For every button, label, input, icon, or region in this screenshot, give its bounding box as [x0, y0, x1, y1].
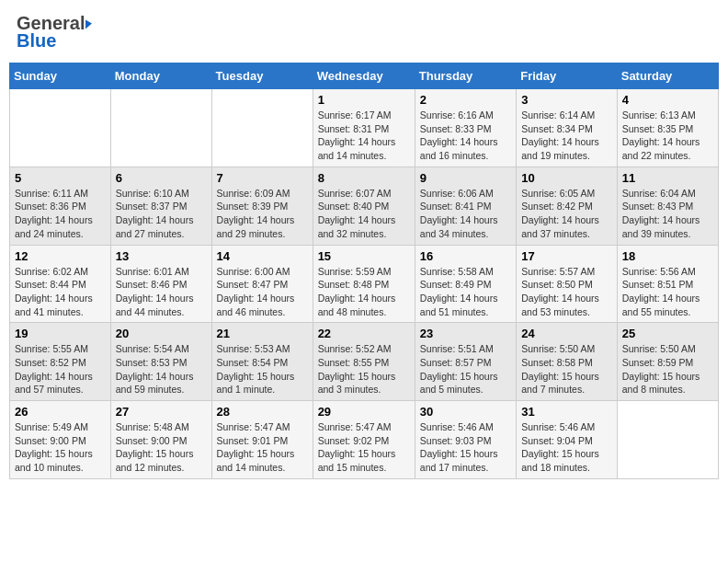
day-info: Sunrise: 5:57 AM Sunset: 8:50 PM Dayligh… — [521, 265, 612, 319]
header-saturday: Saturday — [617, 63, 718, 89]
day-number: 21 — [217, 327, 308, 340]
day-info: Sunrise: 5:52 AM Sunset: 8:55 PM Dayligh… — [318, 342, 410, 396]
calendar-day-8: 8Sunrise: 6:07 AM Sunset: 8:40 PM Daylig… — [313, 167, 415, 245]
day-info: Sunrise: 5:53 AM Sunset: 8:54 PM Dayligh… — [217, 342, 308, 396]
day-info: Sunrise: 6:16 AM Sunset: 8:33 PM Dayligh… — [420, 109, 511, 163]
day-info: Sunrise: 6:06 AM Sunset: 8:41 PM Dayligh… — [420, 187, 511, 241]
day-info: Sunrise: 5:49 AM Sunset: 9:00 PM Dayligh… — [15, 420, 106, 475]
day-info: Sunrise: 5:58 AM Sunset: 8:49 PM Dayligh… — [420, 265, 511, 319]
day-number: 19 — [15, 327, 106, 340]
calendar-empty-cell — [110, 89, 211, 167]
day-number: 5 — [15, 171, 106, 185]
day-number: 20 — [116, 327, 207, 340]
day-number: 9 — [420, 171, 511, 185]
calendar-day-4: 4Sunrise: 6:13 AM Sunset: 8:35 PM Daylig… — [617, 89, 718, 167]
calendar-empty-cell — [10, 89, 111, 167]
day-number: 14 — [217, 249, 308, 263]
calendar-day-5: 5Sunrise: 6:11 AM Sunset: 8:36 PM Daylig… — [10, 167, 111, 245]
day-info: Sunrise: 6:05 AM Sunset: 8:42 PM Dayligh… — [521, 187, 612, 241]
day-number: 7 — [217, 171, 308, 185]
day-number: 16 — [420, 249, 511, 263]
day-number: 27 — [116, 405, 207, 419]
day-info: Sunrise: 6:01 AM Sunset: 8:46 PM Dayligh… — [116, 265, 207, 319]
day-number: 1 — [318, 93, 410, 107]
calendar-day-1: 1Sunrise: 6:17 AM Sunset: 8:31 PM Daylig… — [313, 89, 415, 167]
calendar-day-15: 15Sunrise: 5:59 AM Sunset: 8:48 PM Dayli… — [313, 245, 415, 323]
day-info: Sunrise: 6:07 AM Sunset: 8:40 PM Dayligh… — [318, 187, 410, 241]
day-info: Sunrise: 6:13 AM Sunset: 8:35 PM Dayligh… — [622, 109, 713, 163]
calendar-week-row: 26Sunrise: 5:49 AM Sunset: 9:00 PM Dayli… — [10, 401, 719, 479]
day-info: Sunrise: 5:47 AM Sunset: 9:01 PM Dayligh… — [217, 420, 308, 475]
day-info: Sunrise: 6:00 AM Sunset: 8:47 PM Dayligh… — [217, 265, 308, 319]
calendar-day-16: 16Sunrise: 5:58 AM Sunset: 8:49 PM Dayli… — [415, 245, 516, 323]
calendar-day-2: 2Sunrise: 6:16 AM Sunset: 8:33 PM Daylig… — [415, 89, 516, 167]
day-number: 6 — [116, 171, 207, 185]
logo: General Blue — [17, 13, 93, 52]
calendar-day-20: 20Sunrise: 5:54 AM Sunset: 8:53 PM Dayli… — [110, 323, 211, 401]
day-number: 25 — [622, 327, 713, 340]
calendar-header-row: SundayMondayTuesdayWednesdayThursdayFrid… — [10, 63, 719, 89]
calendar-day-24: 24Sunrise: 5:50 AM Sunset: 8:58 PM Dayli… — [517, 323, 618, 401]
calendar-day-9: 9Sunrise: 6:06 AM Sunset: 8:41 PM Daylig… — [415, 167, 516, 245]
calendar-day-28: 28Sunrise: 5:47 AM Sunset: 9:01 PM Dayli… — [211, 401, 313, 479]
day-number: 23 — [420, 327, 511, 340]
calendar-day-31: 31Sunrise: 5:46 AM Sunset: 9:04 PM Dayli… — [517, 401, 618, 479]
day-number: 29 — [318, 405, 410, 419]
day-info: Sunrise: 6:17 AM Sunset: 8:31 PM Dayligh… — [318, 109, 410, 163]
day-number: 31 — [521, 405, 612, 419]
calendar-day-29: 29Sunrise: 5:47 AM Sunset: 9:02 PM Dayli… — [313, 401, 415, 479]
calendar-day-27: 27Sunrise: 5:48 AM Sunset: 9:00 PM Dayli… — [110, 401, 211, 479]
logo-triangle-icon — [85, 18, 92, 29]
calendar-day-26: 26Sunrise: 5:49 AM Sunset: 9:00 PM Dayli… — [10, 401, 111, 479]
day-info: Sunrise: 5:48 AM Sunset: 9:00 PM Dayligh… — [116, 420, 207, 475]
day-info: Sunrise: 5:51 AM Sunset: 8:57 PM Dayligh… — [420, 342, 511, 396]
day-number: 3 — [521, 93, 612, 107]
calendar-week-row: 1Sunrise: 6:17 AM Sunset: 8:31 PM Daylig… — [10, 89, 719, 167]
calendar-table: SundayMondayTuesdayWednesdayThursdayFrid… — [9, 63, 719, 479]
day-number: 30 — [420, 405, 511, 419]
day-number: 4 — [622, 93, 713, 107]
logo-text-blue: Blue — [17, 30, 56, 52]
day-info: Sunrise: 5:47 AM Sunset: 9:02 PM Dayligh… — [318, 420, 410, 475]
calendar-day-23: 23Sunrise: 5:51 AM Sunset: 8:57 PM Dayli… — [415, 323, 516, 401]
calendar-day-17: 17Sunrise: 5:57 AM Sunset: 8:50 PM Dayli… — [517, 245, 618, 323]
day-number: 12 — [15, 249, 106, 263]
calendar-day-3: 3Sunrise: 6:14 AM Sunset: 8:34 PM Daylig… — [517, 89, 618, 167]
day-number: 24 — [521, 327, 612, 340]
day-info: Sunrise: 5:46 AM Sunset: 9:03 PM Dayligh… — [420, 420, 511, 475]
day-number: 17 — [521, 249, 612, 263]
day-number: 13 — [116, 249, 207, 263]
day-info: Sunrise: 6:09 AM Sunset: 8:39 PM Dayligh… — [217, 187, 308, 241]
day-info: Sunrise: 5:54 AM Sunset: 8:53 PM Dayligh… — [116, 342, 207, 396]
day-number: 28 — [217, 405, 308, 419]
header-wednesday: Wednesday — [313, 63, 415, 89]
day-info: Sunrise: 5:50 AM Sunset: 8:58 PM Dayligh… — [521, 342, 612, 396]
day-info: Sunrise: 5:59 AM Sunset: 8:48 PM Dayligh… — [318, 265, 410, 319]
calendar-day-18: 18Sunrise: 5:56 AM Sunset: 8:51 PM Dayli… — [617, 245, 718, 323]
day-number: 10 — [521, 171, 612, 185]
day-info: Sunrise: 5:55 AM Sunset: 8:52 PM Dayligh… — [15, 342, 106, 396]
calendar-day-10: 10Sunrise: 6:05 AM Sunset: 8:42 PM Dayli… — [517, 167, 618, 245]
day-info: Sunrise: 6:02 AM Sunset: 8:44 PM Dayligh… — [15, 265, 106, 319]
day-info: Sunrise: 5:50 AM Sunset: 8:59 PM Dayligh… — [622, 342, 713, 396]
calendar-empty-cell — [211, 89, 313, 167]
day-number: 26 — [15, 405, 106, 419]
calendar-day-21: 21Sunrise: 5:53 AM Sunset: 8:54 PM Dayli… — [211, 323, 313, 401]
day-info: Sunrise: 5:46 AM Sunset: 9:04 PM Dayligh… — [521, 420, 612, 475]
day-info: Sunrise: 6:11 AM Sunset: 8:36 PM Dayligh… — [15, 187, 106, 241]
calendar-week-row: 19Sunrise: 5:55 AM Sunset: 8:52 PM Dayli… — [10, 323, 719, 401]
day-number: 8 — [318, 171, 410, 185]
calendar-day-11: 11Sunrise: 6:04 AM Sunset: 8:43 PM Dayli… — [617, 167, 718, 245]
header-monday: Monday — [110, 63, 211, 89]
calendar-week-row: 5Sunrise: 6:11 AM Sunset: 8:36 PM Daylig… — [10, 167, 719, 245]
calendar-empty-cell — [617, 401, 718, 479]
calendar-day-25: 25Sunrise: 5:50 AM Sunset: 8:59 PM Dayli… — [617, 323, 718, 401]
calendar-day-22: 22Sunrise: 5:52 AM Sunset: 8:55 PM Dayli… — [313, 323, 415, 401]
calendar-day-13: 13Sunrise: 6:01 AM Sunset: 8:46 PM Dayli… — [110, 245, 211, 323]
day-number: 15 — [318, 249, 410, 263]
calendar-day-6: 6Sunrise: 6:10 AM Sunset: 8:37 PM Daylig… — [110, 167, 211, 245]
header-sunday: Sunday — [10, 63, 111, 89]
day-info: Sunrise: 6:14 AM Sunset: 8:34 PM Dayligh… — [521, 109, 612, 163]
calendar-day-14: 14Sunrise: 6:00 AM Sunset: 8:47 PM Dayli… — [211, 245, 313, 323]
day-number: 22 — [318, 327, 410, 340]
